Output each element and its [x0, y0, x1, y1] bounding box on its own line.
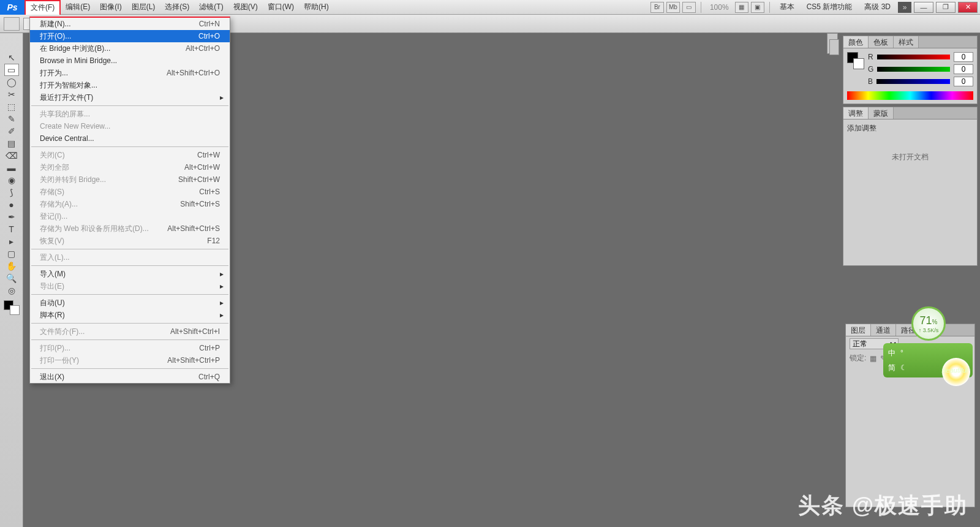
- workspace-more[interactable]: »: [898, 2, 911, 13]
- zoom-level[interactable]: 100%: [706, 3, 733, 12]
- menu-item[interactable]: 新建(N)...Ctrl+N: [30, 18, 230, 30]
- menu-item: 登记(I)...: [30, 210, 230, 222]
- window-close[interactable]: ✕: [958, 2, 978, 13]
- lock-label: 锁定:: [850, 353, 866, 363]
- tool-2[interactable]: ◯: [4, 76, 19, 88]
- menu-item[interactable]: 在 Bridge 中浏览(B)...Alt+Ctrl+O: [30, 42, 230, 55]
- widget-ime-bar[interactable]: 中° 简☾ Beautiful: [883, 343, 973, 377]
- adjust-heading: 添加调整: [847, 123, 973, 134]
- menu-item: 存储为 Web 和设备所用格式(D)...Alt+Shift+Ctrl+S: [30, 222, 230, 235]
- color-channel-r: R: [868, 52, 973, 62]
- screen-mode-icon[interactable]: ▭: [682, 2, 696, 13]
- color-channel-b: B: [868, 77, 973, 86]
- value-g[interactable]: [954, 64, 973, 74]
- menu-item: 存储为(A)...Shift+Ctrl+S: [30, 198, 230, 210]
- arrange-icon[interactable]: ▦: [735, 2, 748, 13]
- menu-item: 打印(P)...Ctrl+P: [30, 342, 230, 354]
- menu-item[interactable]: Browse in Mini Bridge...: [30, 55, 230, 67]
- ime-punct-icon[interactable]: °: [900, 349, 903, 357]
- window-restore[interactable]: ❐: [936, 2, 956, 13]
- tool-9[interactable]: ▬: [4, 162, 19, 174]
- tool-17[interactable]: ✋: [4, 260, 19, 272]
- bridge-icon[interactable]: Br: [650, 2, 664, 13]
- ime-lang[interactable]: 中: [888, 348, 895, 358]
- tab-masks[interactable]: 蒙版: [869, 107, 894, 119]
- tool-6[interactable]: ✐: [4, 125, 19, 137]
- menu-7[interactable]: 窗口(W): [263, 0, 299, 15]
- tool-11[interactable]: ⟆: [4, 186, 19, 199]
- menu-item[interactable]: 退出(X)Ctrl+Q: [30, 371, 230, 383]
- current-tool-icon[interactable]: [4, 17, 20, 31]
- tool-19[interactable]: ◎: [4, 284, 19, 297]
- menu-item: Create New Review...: [30, 120, 230, 132]
- slider-g[interactable]: [877, 67, 950, 72]
- menu-item[interactable]: 导入(M)▸: [30, 268, 230, 280]
- tool-15[interactable]: ▸: [4, 235, 19, 248]
- menu-item[interactable]: 自动(U)▸: [30, 297, 230, 309]
- tab-swatches[interactable]: 色板: [869, 36, 894, 48]
- window-minimize[interactable]: —: [914, 2, 933, 13]
- minibridge-icon[interactable]: Mb: [666, 2, 680, 13]
- color-swatch[interactable]: [4, 300, 20, 315]
- tool-4[interactable]: ⬚: [4, 100, 19, 113]
- adjustments-panel: 调整 蒙版 添加调整 未打开文档: [843, 107, 978, 266]
- menu-item: 关闭(C)Ctrl+W: [30, 149, 230, 161]
- moon-icon[interactable]: ☾: [900, 363, 907, 372]
- tool-3[interactable]: ✂: [4, 88, 19, 100]
- tool-7[interactable]: ▤: [4, 137, 19, 150]
- menu-item: 文件简介(F)...Alt+Shift+Ctrl+I: [30, 325, 230, 338]
- color-panel: 颜色 色板 样式 RGB: [843, 36, 978, 104]
- menu-1[interactable]: 编辑(E): [61, 0, 95, 15]
- screen-icon[interactable]: ▣: [751, 2, 764, 13]
- tool-16[interactable]: ▢: [4, 248, 19, 260]
- watermark: 头条 @极速手助: [798, 491, 968, 521]
- menu-0[interactable]: 文件(F): [24, 0, 61, 15]
- tool-18[interactable]: 🔍: [4, 272, 19, 284]
- value-b[interactable]: [954, 77, 973, 86]
- menu-6[interactable]: 视图(V): [228, 0, 263, 15]
- tool-0[interactable]: ↖: [4, 51, 19, 64]
- menu-item[interactable]: 打开(O)...Ctrl+O: [30, 30, 230, 42]
- adjust-empty-text: 未打开文档: [847, 134, 973, 181]
- panel-color-swatch[interactable]: [847, 52, 864, 69]
- tab-color[interactable]: 颜色: [843, 36, 869, 48]
- menu-8[interactable]: 帮助(H): [299, 0, 334, 15]
- menu-5[interactable]: 滤镜(T): [194, 0, 228, 15]
- workspace-basic[interactable]: 基本: [775, 1, 799, 13]
- menu-2[interactable]: 图像(I): [95, 0, 126, 15]
- tab-styles[interactable]: 样式: [894, 36, 919, 48]
- tool-5[interactable]: ✎: [4, 113, 19, 125]
- lock-transparent-icon[interactable]: ▦: [870, 354, 876, 363]
- tab-adjustments[interactable]: 调整: [843, 107, 869, 119]
- menu-item[interactable]: Device Central...: [30, 132, 230, 145]
- workspace-cs5[interactable]: CS5 新增功能: [802, 1, 858, 13]
- menu-item[interactable]: 脚本(R)▸: [30, 309, 230, 321]
- menu-item: 恢复(V)F12: [30, 235, 230, 247]
- app-logo: Ps: [0, 0, 24, 15]
- menu-item: 打印一份(Y)Alt+Shift+Ctrl+P: [30, 354, 230, 366]
- menu-3[interactable]: 图层(L): [127, 0, 160, 15]
- tool-10[interactable]: ◉: [4, 174, 19, 186]
- ime-mode[interactable]: 简: [888, 363, 895, 373]
- tool-12[interactable]: ●: [4, 199, 19, 211]
- menu-item[interactable]: 打开为智能对象...: [30, 79, 230, 91]
- menubar: Ps 文件(F)编辑(E)图像(I)图层(L)选择(S)滤镜(T)视图(V)窗口…: [0, 0, 980, 15]
- menu-item[interactable]: 打开为...Alt+Shift+Ctrl+O: [30, 67, 230, 79]
- slider-r[interactable]: [877, 55, 950, 59]
- tab-layers[interactable]: 图层: [846, 324, 871, 336]
- right-dock: 颜色 色板 样式 RGB 调整 蒙版 添加调整 未打开文档 图层 通道 路径: [840, 33, 980, 527]
- tool-8[interactable]: ⌫: [4, 150, 19, 162]
- tool-1[interactable]: ▭: [4, 64, 19, 76]
- menu-item[interactable]: 最近打开文件(T)▸: [30, 91, 230, 104]
- dock-collapse[interactable]: [829, 39, 839, 55]
- widget-gauge: 71% ↑ 3.5K/s: [911, 306, 946, 341]
- menu-item: 关闭并转到 Bridge...Shift+Ctrl+W: [30, 173, 230, 186]
- tool-14[interactable]: T: [4, 223, 19, 235]
- tool-13[interactable]: ✒: [4, 211, 19, 223]
- value-r[interactable]: [954, 52, 973, 62]
- system-widget[interactable]: 71% ↑ 3.5K/s 中° 简☾ Beautiful: [881, 331, 973, 404]
- menu-4[interactable]: 选择(S): [160, 0, 194, 15]
- slider-b[interactable]: [876, 79, 950, 84]
- color-spectrum[interactable]: [847, 91, 973, 100]
- workspace-3d[interactable]: 高级 3D: [859, 1, 895, 13]
